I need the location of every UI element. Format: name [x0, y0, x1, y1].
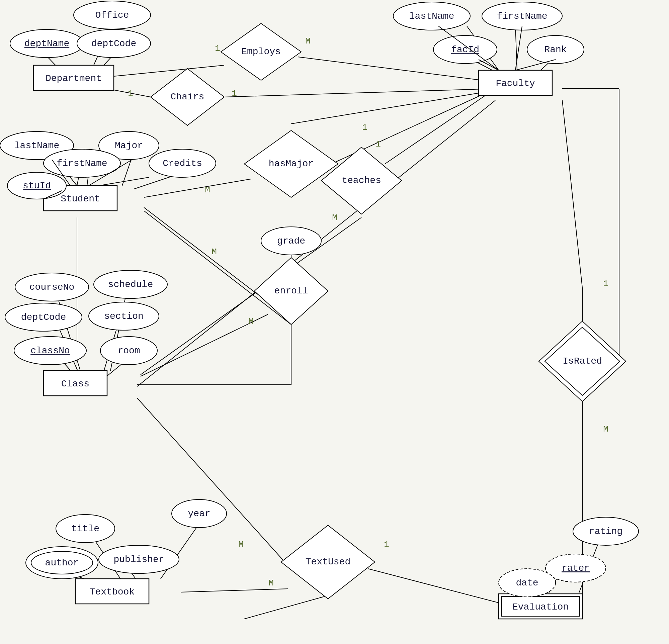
publisher-text: publisher: [113, 554, 164, 565]
class-label: Class: [61, 379, 89, 389]
textused-label: TextUsed: [305, 557, 351, 567]
year-text: year: [188, 509, 210, 519]
textbook-label: Textbook: [90, 587, 134, 597]
rating-text: rating: [589, 526, 623, 536]
hasmajor-card-1: 1: [362, 123, 368, 132]
chairs-card-1a: 1: [128, 89, 133, 99]
lastname-fac-text: lastName: [409, 11, 454, 22]
title-text: title: [71, 524, 99, 534]
faculty-label: Faculty: [496, 78, 535, 89]
stuid-text: stuId: [23, 181, 51, 191]
deptname-text: deptName: [25, 39, 69, 49]
schedule-text: schedule: [108, 280, 153, 290]
section-text: section: [104, 311, 144, 321]
rater-text: rater: [561, 563, 590, 573]
teaches-label: teaches: [342, 175, 381, 186]
chairs-card-1b: 1: [231, 89, 237, 99]
author-text: author: [45, 558, 79, 568]
enroll-card-m1: M: [212, 247, 217, 257]
textused-card-1: 1: [384, 540, 389, 550]
firstname-fac-text: firstName: [497, 11, 547, 22]
department-label: Department: [45, 73, 102, 84]
courseno-text: courseNo: [29, 282, 74, 292]
chairs-label: Chairs: [171, 92, 204, 102]
credits-text: Credits: [163, 158, 202, 169]
hasmajor-card-m: M: [205, 185, 210, 195]
enroll-label: enroll: [274, 286, 308, 296]
teaches-card-m: M: [332, 213, 337, 223]
lastname-stu-text: lastName: [14, 141, 59, 151]
major-text: Major: [115, 141, 143, 151]
israted-card-m: M: [603, 424, 609, 434]
employs-card-m: M: [305, 36, 311, 46]
grade-text: grade: [277, 236, 305, 246]
teaches-card-1: 1: [375, 139, 381, 149]
employs-label: Employs: [241, 46, 281, 57]
office-text: Office: [95, 10, 129, 20]
student-label: Student: [60, 194, 100, 204]
date-text: date: [516, 578, 538, 588]
room-text: room: [117, 346, 140, 356]
hasmajor-label: hasMajor: [269, 159, 314, 169]
rank-text: Rank: [544, 44, 567, 55]
israted-label: IsRated: [563, 356, 602, 366]
evaluation-label: Evaluation: [512, 602, 569, 612]
israted-card-1: 1: [603, 279, 609, 289]
enroll-card-m2: M: [248, 316, 254, 327]
employs-card-1: 1: [215, 43, 220, 54]
firstname-stu-text: firstName: [57, 158, 107, 169]
deptcode-text: deptCode: [91, 39, 136, 49]
textused-card-m2: M: [268, 578, 274, 588]
classno-text: classNo: [30, 346, 70, 356]
textused-card-m1: M: [238, 540, 244, 550]
deptcode-cls-text: deptCode: [21, 312, 66, 323]
